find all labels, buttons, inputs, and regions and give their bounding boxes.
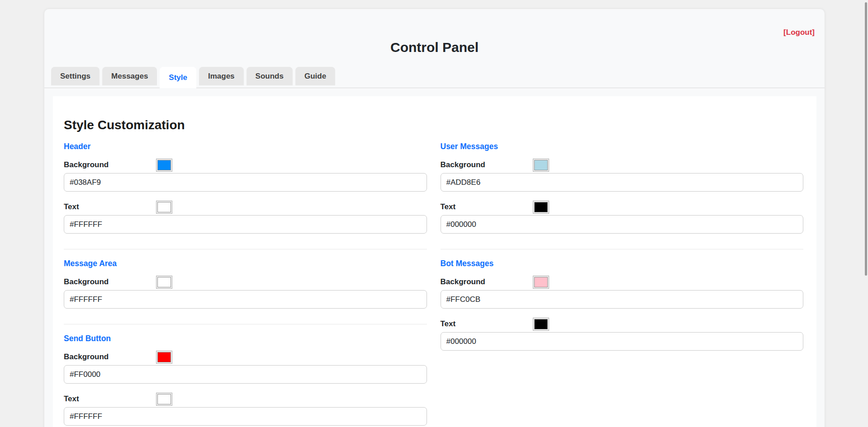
- tab-sounds[interactable]: Sounds: [247, 67, 293, 85]
- tab-images[interactable]: Images: [199, 67, 244, 85]
- color-value-input[interactable]: [64, 365, 427, 384]
- header-background-field: Background: [64, 158, 427, 192]
- user-messages-background-field: Background: [441, 158, 804, 192]
- panel-heading: Style Customization: [64, 118, 803, 132]
- style-panel: Style Customization Header Background Te…: [53, 96, 816, 427]
- logout-link[interactable]: [Logout]: [783, 28, 815, 37]
- color-value-input[interactable]: [441, 173, 804, 192]
- right-column: User Messages Background Text: [441, 132, 804, 426]
- tab-bar: Settings Messages Style Images Sounds Gu…: [44, 67, 825, 88]
- vertical-scrollbar-thumb[interactable]: [865, 2, 867, 276]
- color-value-input[interactable]: [441, 215, 804, 234]
- swatch-fill: [157, 277, 171, 287]
- field-label: Background: [64, 352, 156, 361]
- tab-messages[interactable]: Messages: [102, 67, 157, 85]
- swatch-fill: [157, 352, 171, 362]
- swatch-fill: [157, 394, 171, 404]
- section-heading-send-button: Send Button: [64, 333, 427, 343]
- color-swatch[interactable]: [533, 201, 549, 214]
- user-messages-text-field: Text: [441, 200, 804, 234]
- tab-settings[interactable]: Settings: [51, 67, 100, 85]
- swatch-fill: [534, 160, 548, 170]
- color-swatch[interactable]: [533, 159, 549, 172]
- field-label: Text: [441, 202, 533, 211]
- section-divider: [64, 249, 427, 249]
- page-title: Control Panel: [44, 9, 825, 55]
- send-button-text-field: Text: [64, 392, 427, 426]
- field-label: Background: [64, 277, 156, 286]
- color-swatch[interactable]: [533, 276, 549, 289]
- field-label: Background: [441, 277, 533, 286]
- color-value-input[interactable]: [441, 332, 804, 351]
- style-columns: Header Background Text Messag: [64, 132, 803, 426]
- swatch-fill: [534, 277, 548, 287]
- color-swatch[interactable]: [533, 318, 549, 331]
- tab-guide[interactable]: Guide: [295, 67, 335, 85]
- section-divider: [64, 324, 427, 324]
- color-swatch[interactable]: [156, 393, 172, 406]
- swatch-fill: [534, 319, 548, 329]
- control-panel-card: [Logout] Control Panel Settings Messages…: [44, 9, 825, 427]
- swatch-fill: [157, 160, 171, 170]
- field-label: Background: [64, 160, 156, 169]
- color-swatch[interactable]: [156, 276, 172, 289]
- color-value-input[interactable]: [441, 290, 804, 309]
- color-value-input[interactable]: [64, 407, 427, 426]
- send-button-background-field: Background: [64, 350, 427, 384]
- header-text-field: Text: [64, 200, 427, 234]
- field-label: Text: [64, 202, 156, 211]
- color-swatch[interactable]: [156, 159, 172, 172]
- swatch-fill: [534, 202, 548, 212]
- section-heading-header: Header: [64, 141, 427, 151]
- section-heading-user-messages: User Messages: [441, 141, 804, 151]
- message-area-background-field: Background: [64, 275, 427, 309]
- section-heading-bot-messages: Bot Messages: [441, 258, 804, 268]
- field-label: Background: [441, 160, 533, 169]
- swatch-fill: [157, 202, 171, 212]
- left-column: Header Background Text Messag: [64, 132, 427, 426]
- field-label: Text: [64, 394, 156, 404]
- color-value-input[interactable]: [64, 290, 427, 309]
- field-label: Text: [441, 319, 533, 328]
- section-divider: [441, 249, 804, 249]
- color-swatch[interactable]: [156, 351, 172, 364]
- bot-messages-text-field: Text: [441, 317, 804, 351]
- bot-messages-background-field: Background: [441, 275, 804, 309]
- color-value-input[interactable]: [64, 173, 427, 192]
- section-heading-message-area: Message Area: [64, 258, 427, 268]
- color-swatch[interactable]: [156, 201, 172, 214]
- color-value-input[interactable]: [64, 215, 427, 234]
- tab-style[interactable]: Style: [160, 67, 196, 88]
